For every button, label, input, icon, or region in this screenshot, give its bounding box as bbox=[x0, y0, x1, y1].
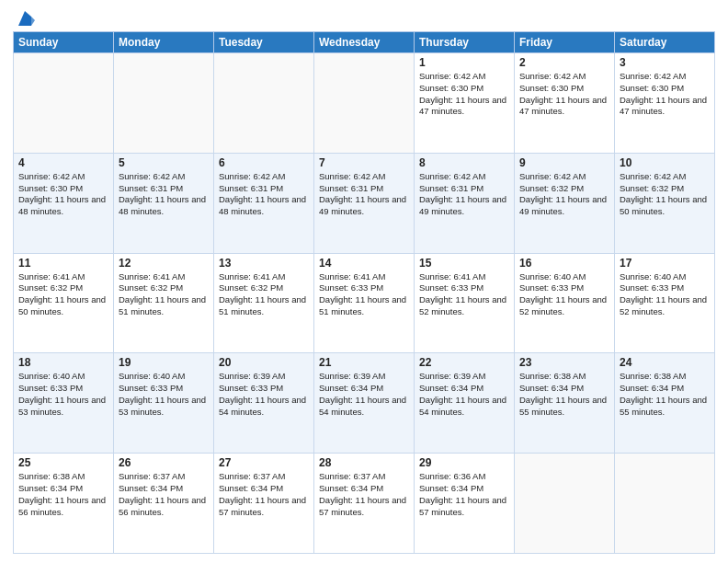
weekday-header: Saturday bbox=[615, 32, 715, 53]
day-info: Sunrise: 6:38 AM Sunset: 6:34 PM Dayligh… bbox=[620, 371, 710, 418]
svg-marker-1 bbox=[31, 17, 35, 26]
day-info: Sunrise: 6:41 AM Sunset: 6:33 PM Dayligh… bbox=[319, 271, 409, 318]
calendar-week-row: 25Sunrise: 6:38 AM Sunset: 6:34 PM Dayli… bbox=[14, 454, 715, 554]
calendar-cell: 7Sunrise: 6:42 AM Sunset: 6:31 PM Daylig… bbox=[314, 153, 415, 253]
calendar-cell bbox=[14, 53, 114, 154]
header bbox=[13, 9, 715, 26]
calendar-cell bbox=[314, 53, 415, 154]
day-info: Sunrise: 6:40 AM Sunset: 6:33 PM Dayligh… bbox=[620, 271, 710, 318]
weekday-header: Thursday bbox=[415, 32, 515, 53]
day-info: Sunrise: 6:38 AM Sunset: 6:34 PM Dayligh… bbox=[519, 371, 609, 418]
calendar-cell bbox=[515, 454, 615, 554]
calendar-cell: 10Sunrise: 6:42 AM Sunset: 6:32 PM Dayli… bbox=[615, 153, 715, 253]
calendar-week-row: 1Sunrise: 6:42 AM Sunset: 6:30 PM Daylig… bbox=[14, 53, 715, 154]
calendar-cell: 2Sunrise: 6:42 AM Sunset: 6:30 PM Daylig… bbox=[515, 53, 615, 154]
day-number: 18 bbox=[18, 356, 108, 369]
day-info: Sunrise: 6:42 AM Sunset: 6:31 PM Dayligh… bbox=[319, 171, 409, 218]
calendar-cell: 15Sunrise: 6:41 AM Sunset: 6:33 PM Dayli… bbox=[415, 253, 515, 353]
svg-marker-0 bbox=[18, 11, 31, 26]
day-info: Sunrise: 6:40 AM Sunset: 6:33 PM Dayligh… bbox=[18, 371, 108, 418]
day-info: Sunrise: 6:36 AM Sunset: 6:34 PM Dayligh… bbox=[419, 471, 509, 518]
day-number: 15 bbox=[419, 257, 509, 270]
calendar-cell: 13Sunrise: 6:41 AM Sunset: 6:32 PM Dayli… bbox=[214, 253, 314, 353]
calendar-cell: 24Sunrise: 6:38 AM Sunset: 6:34 PM Dayli… bbox=[615, 353, 715, 454]
day-number: 26 bbox=[119, 456, 209, 469]
calendar-cell: 27Sunrise: 6:37 AM Sunset: 6:34 PM Dayli… bbox=[214, 454, 314, 554]
day-number: 13 bbox=[219, 257, 309, 270]
calendar-cell: 12Sunrise: 6:41 AM Sunset: 6:32 PM Dayli… bbox=[114, 253, 214, 353]
day-info: Sunrise: 6:37 AM Sunset: 6:34 PM Dayligh… bbox=[119, 471, 209, 518]
day-info: Sunrise: 6:38 AM Sunset: 6:34 PM Dayligh… bbox=[18, 471, 108, 518]
day-info: Sunrise: 6:42 AM Sunset: 6:31 PM Dayligh… bbox=[119, 171, 209, 218]
calendar-cell bbox=[615, 454, 715, 554]
calendar-cell: 28Sunrise: 6:37 AM Sunset: 6:34 PM Dayli… bbox=[314, 454, 415, 554]
calendar-cell: 14Sunrise: 6:41 AM Sunset: 6:33 PM Dayli… bbox=[314, 253, 415, 353]
calendar-cell: 3Sunrise: 6:42 AM Sunset: 6:30 PM Daylig… bbox=[615, 53, 715, 154]
day-number: 21 bbox=[319, 356, 409, 369]
day-number: 7 bbox=[319, 156, 409, 169]
day-info: Sunrise: 6:42 AM Sunset: 6:31 PM Dayligh… bbox=[219, 171, 309, 218]
day-info: Sunrise: 6:41 AM Sunset: 6:32 PM Dayligh… bbox=[18, 271, 108, 318]
day-info: Sunrise: 6:39 AM Sunset: 6:34 PM Dayligh… bbox=[319, 371, 409, 418]
calendar-cell: 20Sunrise: 6:39 AM Sunset: 6:33 PM Dayli… bbox=[214, 353, 314, 454]
calendar-cell: 16Sunrise: 6:40 AM Sunset: 6:33 PM Dayli… bbox=[515, 253, 615, 353]
day-number: 2 bbox=[519, 56, 609, 69]
day-number: 12 bbox=[119, 257, 209, 270]
calendar-table: SundayMondayTuesdayWednesdayThursdayFrid… bbox=[13, 31, 715, 554]
day-number: 27 bbox=[219, 456, 309, 469]
day-info: Sunrise: 6:37 AM Sunset: 6:34 PM Dayligh… bbox=[319, 471, 409, 518]
day-number: 5 bbox=[119, 156, 209, 169]
day-number: 3 bbox=[620, 56, 710, 69]
calendar-cell: 9Sunrise: 6:42 AM Sunset: 6:32 PM Daylig… bbox=[515, 153, 615, 253]
weekday-header: Monday bbox=[114, 32, 214, 53]
page: SundayMondayTuesdayWednesdayThursdayFrid… bbox=[0, 0, 728, 563]
day-number: 11 bbox=[18, 257, 108, 270]
day-number: 8 bbox=[419, 156, 509, 169]
day-number: 28 bbox=[319, 456, 409, 469]
calendar-cell bbox=[214, 53, 314, 154]
day-number: 17 bbox=[620, 257, 710, 270]
day-number: 6 bbox=[219, 156, 309, 169]
day-info: Sunrise: 6:42 AM Sunset: 6:30 PM Dayligh… bbox=[519, 71, 609, 118]
day-number: 29 bbox=[419, 456, 509, 469]
day-info: Sunrise: 6:40 AM Sunset: 6:33 PM Dayligh… bbox=[519, 271, 609, 318]
day-number: 1 bbox=[419, 56, 509, 69]
day-info: Sunrise: 6:42 AM Sunset: 6:30 PM Dayligh… bbox=[419, 71, 509, 118]
calendar-week-row: 4Sunrise: 6:42 AM Sunset: 6:30 PM Daylig… bbox=[14, 153, 715, 253]
logo-icon bbox=[15, 9, 35, 29]
calendar-cell bbox=[114, 53, 214, 154]
day-number: 9 bbox=[519, 156, 609, 169]
day-number: 10 bbox=[620, 156, 710, 169]
day-info: Sunrise: 6:37 AM Sunset: 6:34 PM Dayligh… bbox=[219, 471, 309, 518]
calendar-cell: 19Sunrise: 6:40 AM Sunset: 6:33 PM Dayli… bbox=[114, 353, 214, 454]
calendar-cell: 8Sunrise: 6:42 AM Sunset: 6:31 PM Daylig… bbox=[415, 153, 515, 253]
day-info: Sunrise: 6:42 AM Sunset: 6:30 PM Dayligh… bbox=[18, 171, 108, 218]
calendar-cell: 22Sunrise: 6:39 AM Sunset: 6:34 PM Dayli… bbox=[415, 353, 515, 454]
day-info: Sunrise: 6:41 AM Sunset: 6:33 PM Dayligh… bbox=[419, 271, 509, 318]
day-info: Sunrise: 6:42 AM Sunset: 6:32 PM Dayligh… bbox=[620, 171, 710, 218]
weekday-header: Friday bbox=[515, 32, 615, 53]
weekday-header: Tuesday bbox=[214, 32, 314, 53]
day-number: 16 bbox=[519, 257, 609, 270]
calendar-week-row: 18Sunrise: 6:40 AM Sunset: 6:33 PM Dayli… bbox=[14, 353, 715, 454]
weekday-header-row: SundayMondayTuesdayWednesdayThursdayFrid… bbox=[14, 32, 715, 53]
day-info: Sunrise: 6:41 AM Sunset: 6:32 PM Dayligh… bbox=[119, 271, 209, 318]
weekday-header: Wednesday bbox=[314, 32, 415, 53]
calendar-cell: 29Sunrise: 6:36 AM Sunset: 6:34 PM Dayli… bbox=[415, 454, 515, 554]
day-number: 22 bbox=[419, 356, 509, 369]
calendar-cell: 21Sunrise: 6:39 AM Sunset: 6:34 PM Dayli… bbox=[314, 353, 415, 454]
weekday-header: Sunday bbox=[14, 32, 114, 53]
day-info: Sunrise: 6:42 AM Sunset: 6:32 PM Dayligh… bbox=[519, 171, 609, 218]
day-number: 19 bbox=[119, 356, 209, 369]
day-info: Sunrise: 6:42 AM Sunset: 6:31 PM Dayligh… bbox=[419, 171, 509, 218]
calendar-cell: 17Sunrise: 6:40 AM Sunset: 6:33 PM Dayli… bbox=[615, 253, 715, 353]
day-number: 24 bbox=[620, 356, 710, 369]
calendar-cell: 11Sunrise: 6:41 AM Sunset: 6:32 PM Dayli… bbox=[14, 253, 114, 353]
calendar-cell: 4Sunrise: 6:42 AM Sunset: 6:30 PM Daylig… bbox=[14, 153, 114, 253]
calendar-cell: 18Sunrise: 6:40 AM Sunset: 6:33 PM Dayli… bbox=[14, 353, 114, 454]
calendar-cell: 5Sunrise: 6:42 AM Sunset: 6:31 PM Daylig… bbox=[114, 153, 214, 253]
calendar-cell: 26Sunrise: 6:37 AM Sunset: 6:34 PM Dayli… bbox=[114, 454, 214, 554]
day-info: Sunrise: 6:39 AM Sunset: 6:34 PM Dayligh… bbox=[419, 371, 509, 418]
calendar-cell: 1Sunrise: 6:42 AM Sunset: 6:30 PM Daylig… bbox=[415, 53, 515, 154]
day-info: Sunrise: 6:42 AM Sunset: 6:30 PM Dayligh… bbox=[620, 71, 710, 118]
